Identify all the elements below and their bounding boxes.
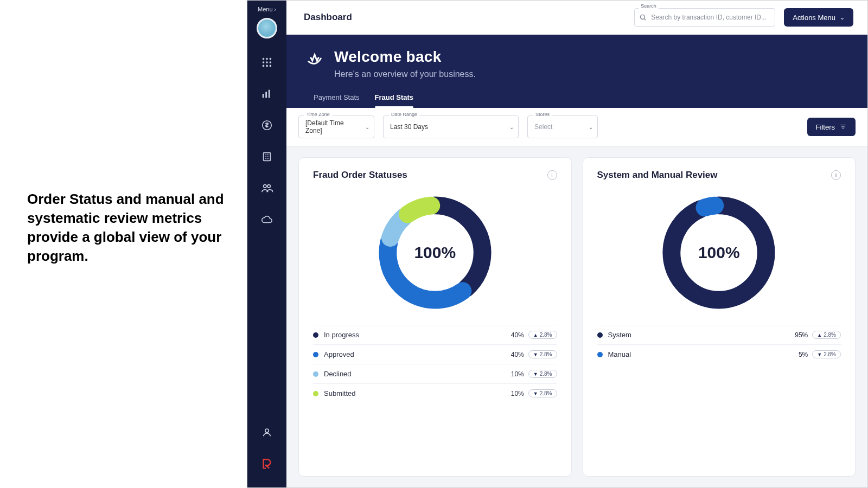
info-icon[interactable]: i <box>547 170 557 180</box>
delta-badge: ▼2.8% <box>812 350 841 358</box>
search-input[interactable] <box>634 8 775 27</box>
tab-fraud-stats[interactable]: Fraud Stats <box>375 89 414 108</box>
svg-point-6 <box>263 65 265 67</box>
hero-title: Welcome back <box>334 48 442 66</box>
time-zone-select[interactable]: Time Zone [Default Time Zone] ⌄ <box>298 115 374 138</box>
actions-menu-label: Actions Menu <box>793 14 835 22</box>
analytics-icon[interactable] <box>256 83 278 105</box>
actions-menu-button[interactable]: Actions Menu ⌄ <box>784 8 853 27</box>
legend-row: Declined10%▼2.8% <box>313 364 557 383</box>
legend-dot <box>597 352 603 357</box>
delta-badge: ▼2.8% <box>528 370 557 378</box>
filter-icon <box>839 123 847 131</box>
delta-badge: ▼2.8% <box>528 389 557 397</box>
donut-center-label: 100% <box>656 190 781 315</box>
svg-point-16 <box>265 429 269 432</box>
card-fraud-order-statuses: Fraud Order Statusesi100%In progress40%▲… <box>298 157 572 477</box>
page-title: Dashboard <box>304 12 352 23</box>
chevron-down-icon: ⌄ <box>509 124 514 130</box>
delta-badge: ▲2.8% <box>812 331 841 339</box>
apps-icon[interactable] <box>256 52 278 73</box>
info-icon[interactable]: i <box>831 170 841 180</box>
triangle-down-icon: ▼ <box>533 352 538 357</box>
search-field[interactable]: Search <box>634 8 775 27</box>
card-title: Fraud Order Statuses <box>313 170 407 181</box>
stores-label: Stores <box>533 112 552 117</box>
date-range-select[interactable]: Date Range Last 30 Days ⌄ <box>383 115 519 138</box>
triangle-down-icon: ▼ <box>817 352 822 357</box>
chevron-down-icon: ⌄ <box>840 14 845 21</box>
svg-point-8 <box>270 65 272 67</box>
stores-value: Select <box>534 123 552 131</box>
svg-point-17 <box>641 15 645 19</box>
delta-value: 2.8% <box>540 371 552 377</box>
legend-name: Submitted <box>324 389 497 397</box>
filter-bar: Time Zone [Default Time Zone] ⌄ Date Ran… <box>286 108 867 146</box>
menu-label-text: Menu <box>258 6 273 12</box>
svg-rect-9 <box>263 94 264 98</box>
date-range-value: Last 30 Days <box>390 123 428 131</box>
search-icon <box>639 13 647 22</box>
avatar[interactable] <box>257 18 277 38</box>
legend-dot <box>597 332 603 338</box>
svg-point-4 <box>266 61 268 63</box>
svg-point-0 <box>263 58 265 60</box>
filters-button-label: Filters <box>816 123 835 131</box>
legend-value: 40% <box>497 331 524 339</box>
legend-name: In progress <box>324 331 497 339</box>
triangle-down-icon: ▼ <box>533 371 538 377</box>
cloud-icon[interactable] <box>256 209 278 230</box>
search-label: Search <box>639 3 659 9</box>
legend-name: Approved <box>324 350 497 358</box>
profile-icon[interactable] <box>256 421 278 443</box>
hero: Welcome back Here's an overview of your … <box>286 35 867 108</box>
slide-caption: Order Status and manual and systematic r… <box>27 190 225 266</box>
legend-value: 10% <box>497 390 524 397</box>
legend-name: System <box>608 331 781 339</box>
hero-subtitle: Here's an overview of your business. <box>334 69 850 79</box>
svg-point-15 <box>267 185 271 188</box>
chevron-down-icon: ⌄ <box>365 124 369 130</box>
svg-point-7 <box>266 65 268 67</box>
tab-payment-stats[interactable]: Payment Stats <box>314 89 360 108</box>
menu-toggle[interactable]: Menu › <box>258 6 276 12</box>
building-icon[interactable] <box>256 146 278 168</box>
legend-value: 10% <box>497 370 524 378</box>
legend-dot <box>313 332 318 338</box>
legend-dot <box>313 352 318 357</box>
legend-value: 95% <box>781 331 808 339</box>
wave-icon <box>304 48 326 66</box>
donut-chart: 100% <box>656 190 781 315</box>
donut-chart: 100% <box>373 190 497 315</box>
legend-row: Approved40%▼2.8% <box>313 344 557 364</box>
triangle-down-icon: ▼ <box>533 391 538 396</box>
app-frame: Menu › <box>247 0 868 488</box>
legend-dot <box>313 371 318 377</box>
delta-badge: ▲2.8% <box>528 331 557 339</box>
delta-value: 2.8% <box>824 351 836 357</box>
triangle-up-icon: ▲ <box>817 332 822 338</box>
chevron-right-icon: › <box>275 7 276 12</box>
card-title: System and Manual Review <box>597 170 718 181</box>
svg-point-5 <box>270 61 272 63</box>
legend: In progress40%▲2.8%Approved40%▼2.8%Decli… <box>313 325 557 403</box>
legend-row: In progress40%▲2.8% <box>313 325 557 344</box>
delta-value: 2.8% <box>540 351 552 357</box>
legend-dot <box>313 391 318 396</box>
filters-button[interactable]: Filters <box>807 118 856 136</box>
legend-name: Declined <box>324 370 497 378</box>
cards-container: Fraud Order Statusesi100%In progress40%▲… <box>286 146 867 487</box>
tabs: Payment Stats Fraud Stats <box>314 89 850 108</box>
delta-value: 2.8% <box>824 332 836 338</box>
legend: System95%▲2.8%Manual5%▼2.8% <box>597 325 841 364</box>
legend-row: Submitted10%▼2.8% <box>313 383 557 403</box>
stores-select[interactable]: Stores Select ⌄ <box>527 115 598 138</box>
dollar-icon[interactable] <box>256 114 278 136</box>
brand-logo-icon[interactable] <box>256 453 278 474</box>
main-content: Dashboard Search Actions Menu ⌄ <box>286 1 867 487</box>
topbar: Dashboard Search Actions Menu ⌄ <box>286 1 867 35</box>
card-system-manual-review: System and Manual Reviewi100%System95%▲2… <box>583 157 856 477</box>
users-icon[interactable] <box>256 177 278 199</box>
delta-badge: ▼2.8% <box>528 350 557 358</box>
delta-value: 2.8% <box>540 390 552 396</box>
